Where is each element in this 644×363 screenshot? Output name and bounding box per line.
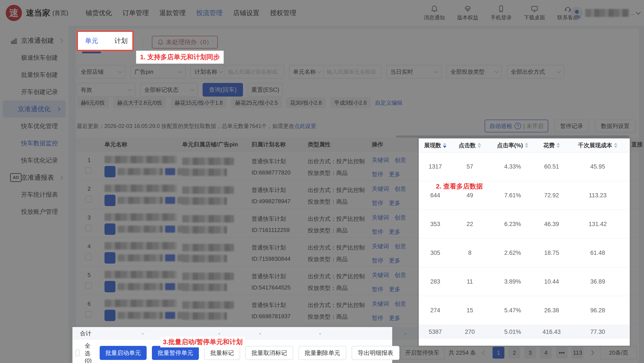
more-link[interactable]: 更多 [389, 170, 400, 178]
page-button-4[interactable]: 4 [540, 347, 552, 358]
sidebar-item-stats-report[interactable]: 开车统计报表 [0, 186, 68, 203]
quick-tag[interactable]: 赫点大于2.8元/0投 [113, 97, 166, 108]
sort-clicks[interactable]: 点击数 [452, 138, 488, 152]
keywords-link[interactable]: 关键词 [372, 242, 389, 250]
row-checkbox[interactable] [85, 225, 92, 231]
sort-ctr[interactable]: 点击率(%) [491, 138, 534, 152]
ad-pin-select[interactable]: 广告pin [130, 65, 186, 78]
quick-tag[interactable]: 平成3投小2.8 [330, 97, 371, 108]
keywords-link[interactable]: 关键词 [372, 185, 389, 193]
row-checkbox[interactable] [85, 167, 92, 174]
pause-link[interactable]: 暂停 [372, 170, 383, 178]
page-button-1[interactable]: 1 [492, 347, 504, 358]
reset-button[interactable]: 重置(ESC) [248, 83, 283, 96]
batch-start-button[interactable]: 批量启动单元 [100, 346, 146, 360]
column-settings-button[interactable]: 数据列设置 [595, 120, 636, 132]
keywords-link[interactable]: 关键词 [372, 300, 389, 308]
pause-records-button[interactable]: 暂停记录 [554, 120, 589, 132]
custom-edit-link[interactable]: 自定义编辑 [375, 99, 402, 106]
sort-impressions[interactable]: 展现数 [419, 138, 452, 152]
plan-name-input[interactable] [225, 66, 284, 78]
row-checkbox[interactable] [85, 311, 92, 318]
menu-item-refunds[interactable]: 退款管理 [159, 8, 186, 18]
pause-link[interactable]: 暂停 [372, 199, 383, 207]
pause-link[interactable]: 暂停 [372, 314, 383, 322]
plan-name-select[interactable]: 计划名称 [191, 66, 225, 78]
batch-mark-button[interactable]: 批量标记 [204, 346, 240, 360]
shop-filter-select[interactable]: 全部店铺 [77, 65, 126, 78]
notifications-button[interactable]: 消息通知 [421, 5, 448, 21]
creative-link[interactable]: 创意 [395, 300, 406, 308]
more-link[interactable]: 更多 [389, 314, 400, 322]
sort-cpm[interactable]: 千次展现成本 [570, 138, 625, 152]
valid-status-select[interactable]: 有效 [77, 83, 136, 96]
user-account-menu[interactable]: .. [571, 0, 640, 26]
creative-link[interactable]: 创意 [395, 214, 406, 222]
batch-delete-button[interactable]: 批量删除单元 [298, 346, 346, 360]
keywords-link[interactable]: 关键词 [372, 156, 389, 164]
prev-page-button[interactable] [480, 347, 488, 358]
horizontal-scrollbar[interactable] [396, 136, 629, 138]
sidebar-item-account-manage[interactable]: 投放账户管理 [0, 203, 68, 220]
download-desktop-button[interactable]: 下载桌面 [521, 5, 548, 21]
sidebar-item-batch-create[interactable]: 批量快车创建 [0, 66, 68, 84]
unit-name-select[interactable]: 单元名称 [290, 66, 324, 78]
keywords-link[interactable]: 关键词 [372, 214, 389, 222]
put-type-select[interactable]: 全部投放类型 [446, 65, 502, 78]
page-button-3[interactable]: 3 [524, 347, 536, 358]
creative-link[interactable]: 创意 [395, 242, 406, 250]
creative-link[interactable]: 创意 [395, 185, 406, 193]
quick-tag[interactable]: 花30/投小2.8 [286, 97, 326, 108]
phone-login-button[interactable]: 手机登录 [488, 5, 514, 21]
sidebar-item-express-create[interactable]: 极速快车创建 [0, 49, 68, 66]
tab-plan[interactable]: 计划 [114, 36, 128, 46]
app-logo[interactable]: 速 [6, 5, 22, 21]
menu-item-listing[interactable]: 铺货优化 [86, 8, 112, 18]
next-page-button[interactable] [587, 347, 596, 358]
sidebar-item-data-monitor[interactable]: 快车数据监控 [0, 135, 68, 152]
pending-todo-button[interactable]: 未处理待办（0） [152, 36, 218, 48]
sort-cost[interactable]: 花费 [534, 138, 569, 152]
sidebar-group-create[interactable]: 京准通创建 [0, 32, 68, 49]
tab-unit[interactable]: 单元 [85, 36, 98, 46]
pause-link[interactable]: 暂停 [372, 257, 383, 264]
sidebar-item-optimize-manage[interactable]: 快车优化管理 [0, 118, 68, 135]
page-button-2[interactable]: 2 [508, 347, 520, 358]
keywords-link[interactable]: 关键词 [372, 271, 389, 279]
sidebar-group-optimize[interactable]: 京准通优化 [3, 100, 66, 118]
creative-link[interactable]: 创意 [395, 271, 406, 279]
pause-link[interactable]: 暂停 [372, 228, 383, 236]
page-size-select[interactable]: 20条/页 [600, 346, 637, 360]
unit-name-input[interactable] [324, 66, 381, 78]
time-range-select[interactable]: 当日实时 [386, 65, 442, 78]
more-link[interactable]: 更多 [389, 286, 400, 293]
bid-type-select[interactable]: 全部出价方式 [507, 65, 564, 78]
more-link[interactable]: 更多 [389, 257, 400, 264]
menu-item-authorization[interactable]: 授权管理 [270, 8, 296, 18]
pause-link[interactable]: 暂停 [372, 286, 383, 293]
quick-tag[interactable]: 赫花15元/投小于1.8 [170, 97, 227, 108]
sidebar-item-optimize-records[interactable]: 快车优化记录 [0, 152, 68, 169]
export-report-button[interactable]: 导出明细报表 [352, 346, 400, 360]
page-button-113[interactable]: 113 [572, 347, 584, 358]
sidebar-group-reports[interactable]: AD 京准通报表 [0, 169, 68, 186]
version-benefits-button[interactable]: 版本权益 [454, 5, 481, 21]
sidebar-item-create-records[interactable]: 开车创建记录 [0, 84, 68, 100]
query-button[interactable]: 查询(回车) [202, 83, 243, 96]
batch-pause-button[interactable]: 批量暂停单元 [152, 346, 199, 360]
toggle-paused-button[interactable]: 开启暂停快车 [400, 346, 445, 360]
settings-link[interactable]: 点此设置 [294, 123, 316, 129]
page-ellipsis[interactable]: ••• [556, 347, 568, 358]
creative-link[interactable]: 创意 [395, 156, 406, 164]
select-all-checkbox[interactable] [76, 350, 80, 356]
quick-tag[interactable]: 赫6元/0投 [77, 97, 109, 108]
more-link[interactable]: 更多 [389, 228, 400, 236]
auto-patrol-button[interactable]: 自动巡检 ? | 未开启 [485, 120, 548, 132]
row-checkbox[interactable] [85, 282, 92, 289]
mark-status-select[interactable]: 全部标记状态 [140, 83, 198, 96]
menu-item-shop-settings[interactable]: 店铺设置 [233, 8, 260, 18]
batch-unmark-button[interactable]: 批量取消标记 [246, 346, 293, 360]
row-checkbox[interactable] [85, 254, 92, 260]
menu-item-traffic[interactable]: 投流管理 [196, 8, 222, 18]
quick-tag[interactable]: 赫花25元/投小2.5 [231, 97, 282, 108]
